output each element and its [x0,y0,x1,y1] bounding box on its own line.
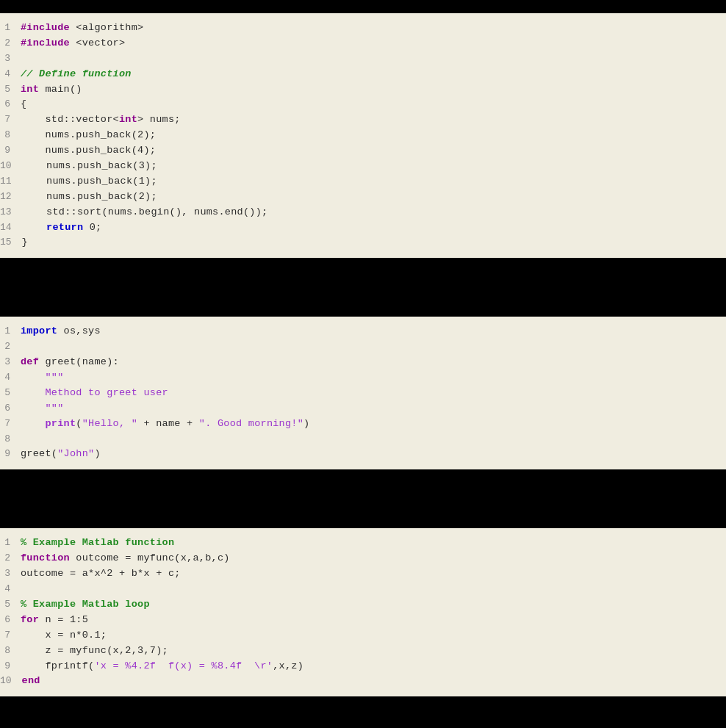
code-content: nums.push_back(2); [21,129,156,143]
line-number: 13 [0,206,22,219]
top-bar [0,0,726,13]
token: print [46,418,76,429]
token: int [21,84,39,95]
code-line: 8 [0,432,726,447]
code-content: x = n*0.1; [21,629,107,643]
line-number: 1 [0,21,21,35]
code-line: 2 [0,339,726,355]
code-line: 13 std::sort(nums.begin(), nums.end()); [0,205,726,220]
code-content: #include <vector> [21,37,125,51]
code-line: 14 return 0; [0,220,726,236]
code-line: 8 nums.push_back(2); [0,128,726,143]
code-block-matlab-block: 1% Example Matlab function2function outc… [0,528,726,696]
line-number: 9 [0,144,21,157]
token: """ [46,372,64,383]
token [21,372,46,383]
code-line: 2function outcome = myfunc(x,a,b,c) [0,551,726,566]
token: "John" [57,448,94,459]
line-number: 9 [0,447,21,461]
code-content: } [22,236,28,250]
token: std::sort(nums.begin(), nums.end()); [22,206,268,217]
app-container: 1#include <algorithm>2#include <vector>3… [0,0,726,728]
token: nums.push_back(2); [22,191,157,202]
line-number: 6 [0,613,21,627]
code-line: 6 """ [0,401,726,417]
token: """ [46,403,64,414]
token: return [46,222,83,233]
code-line: 4 [0,582,726,597]
code-line: 7 std::vector<int> nums; [0,112,726,128]
token [22,222,47,233]
token: os,sys [57,325,101,336]
code-line: 10 nums.push_back(3); [0,159,726,174]
line-number: 2 [0,340,21,353]
code-line: 2#include <vector> [0,36,726,51]
token: #include [21,22,76,33]
code-line: 5 Method to greet user [0,386,726,401]
line-number: 10 [0,159,22,173]
code-line: 5% Example Matlab loop [0,597,726,613]
token: n = 1:5 [39,614,88,625]
token: 'x = %4.2f f(x) = %8.4f \r' [94,660,273,671]
line-number: 6 [0,98,21,111]
code-line: 7 x = n*0.1; [0,628,726,644]
token: ". Good morning!" [199,418,303,429]
code-content: greet("John") [21,447,101,461]
code-content: z = myfunc(x,2,3,7); [21,644,168,658]
code-content: end [22,674,40,688]
code-line: 15} [0,235,726,251]
token: fprintf( [21,660,94,671]
code-line: 3outcome = a*x^2 + b*x + c; [0,566,726,582]
line-number: 7 [0,417,21,430]
code-content: nums.push_back(2); [22,190,157,204]
token: nums.push_back(4); [21,145,156,156]
code-content: def greet(name): [21,356,119,370]
code-line: 3 [0,51,726,67]
token: outcome = myfunc(x,a,b,c) [70,552,230,563]
code-content: nums.push_back(1); [22,175,157,189]
token: nums.push_back(3); [22,160,157,171]
code-content [21,583,26,597]
token: } [22,237,28,248]
token: ,x,z) [273,660,303,671]
token: nums.push_back(2); [21,129,156,140]
token: for [21,614,39,625]
bottom-bar [0,696,726,728]
code-content: std::vector<int> nums; [21,113,181,127]
line-number: 3 [0,356,21,369]
line-number: 10 [0,674,22,688]
token: % Example Matlab function [21,537,174,548]
code-content: Method to greet user [21,386,168,400]
code-line: 8 z = myfunc(x,2,3,7); [0,644,726,659]
separator [0,469,726,528]
code-line: 1#include <algorithm> [0,21,726,36]
token [21,403,46,414]
line-number: 11 [0,175,22,188]
code-content: """ [21,402,64,416]
token: function [21,552,70,563]
line-number: 8 [0,644,21,657]
code-line: 1import os,sys [0,324,726,339]
token: end [22,675,40,686]
token [21,418,46,429]
code-content: int main() [21,83,82,97]
line-number: 6 [0,402,21,415]
code-line: 10end [0,674,726,689]
line-number: 12 [0,190,22,203]
line-number: 4 [0,583,21,596]
line-number: 3 [0,52,21,65]
code-content: fprintf('x = %4.2f f(x) = %8.4f \r',x,z) [21,660,303,674]
code-content: std::sort(nums.begin(), nums.end()); [22,206,268,220]
code-content: nums.push_back(4); [21,144,156,158]
line-number: 14 [0,221,22,234]
token: + name + [137,418,199,429]
token: main() [39,84,82,95]
code-content [21,52,26,66]
token: greet(name): [39,356,119,367]
code-content: % Example Matlab loop [21,598,150,612]
code-line: 7 print("Hello, " + name + ". Good morni… [0,417,726,432]
code-content: for n = 1:5 [21,613,88,627]
code-line: 9 fprintf('x = %4.2f f(x) = %8.4f \r',x,… [0,659,726,674]
line-number: 3 [0,567,21,580]
token: <algorithm> [76,22,143,33]
